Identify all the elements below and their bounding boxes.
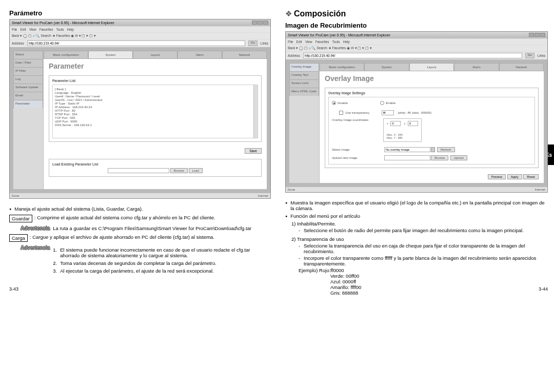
advertencia-label: Advertencia — [21, 225, 50, 231]
param-line: IP Type : Static IP — [55, 102, 255, 105]
top-tab[interactable]: System — [88, 51, 133, 59]
diamond-icon: ❖ — [285, 9, 292, 18]
sidebar-tab[interactable]: Status — [13, 51, 43, 59]
color-line: Azul: 0000ff — [330, 279, 548, 284]
address-input[interactable] — [27, 40, 245, 46]
transparency-checkbox[interactable] — [339, 111, 343, 115]
status-right: Internet — [535, 188, 545, 191]
toolbar: Back ▾ ◯ ▢ ⌂ 🔍 Search ★ Favorites ◉ ✉ ▾ … — [10, 32, 270, 39]
status-right: Internet — [258, 194, 268, 197]
adv-item: El sistema puede funcionar incorrectamen… — [60, 247, 271, 258]
sidebar-tab[interactable]: IP Filter — [13, 67, 43, 75]
page-number: 3-44 — [539, 286, 548, 292]
color-line: Amarillo: ffff00 — [330, 284, 548, 290]
window-title: Smart Viewer for ProCam (ver 0.95) - Mic… — [12, 21, 114, 25]
page-number: 3-43 — [9, 286, 18, 292]
select-image-input[interactable] — [384, 147, 430, 152]
menu-bar: File Edit View Favorites Tools Help — [286, 38, 547, 45]
color-input[interactable] — [382, 110, 394, 115]
left-page: Parámetro Smart Viewer for ProCam (ver 0… — [9, 9, 271, 296]
top-tab[interactable]: Network — [222, 51, 267, 59]
window-controls — [251, 20, 268, 25]
sidebar-tab[interactable]: Email — [13, 92, 43, 100]
go-button[interactable]: Go — [525, 53, 535, 58]
upload-button[interactable]: Upload — [450, 155, 467, 160]
address-input[interactable] — [303, 53, 522, 58]
window-title: Smart Viewer for ProCam (ver 0.95) - Mic… — [288, 33, 390, 37]
apply-button[interactable]: Apply — [507, 174, 522, 179]
list-item: 2) Transparencia de uso — [291, 236, 548, 242]
param-line: TCP Port : 555 — [55, 116, 255, 119]
top-tab[interactable]: Layout — [133, 51, 177, 59]
overlay-settings-box: Overlay Image Settings Disable Enable — [325, 88, 539, 168]
param-line: [ Basic ] — [55, 88, 255, 91]
param-line: RTSP Port : 554 — [55, 113, 255, 116]
top-tab[interactable]: Basic configuration — [320, 63, 364, 71]
bullet-text: Muestra la imagen específica que el usua… — [285, 200, 548, 211]
sidebar-tab[interactable]: Date / Filter — [13, 59, 43, 67]
screenshot-parameter: Smart Viewer for ProCam (ver 0.95) - Mic… — [9, 19, 271, 199]
param-line: User01 : root / 4321 / Administrator — [55, 98, 255, 101]
carga-text: : Cargue y aplique el archivo de ajuste … — [30, 234, 271, 242]
save-button[interactable]: Save — [245, 148, 262, 154]
top-tab[interactable]: System — [364, 63, 409, 71]
window-controls — [528, 33, 545, 37]
file-input[interactable] — [108, 168, 169, 173]
sidebar-tab[interactable]: Screen Limit — [289, 79, 319, 88]
list-text: Incorpore el color transparente como fff… — [304, 255, 548, 266]
param-line: User# : Name / Password / Level — [55, 95, 255, 98]
sidebar-tab[interactable]: Parameter — [13, 100, 43, 108]
reset-button[interactable]: Reset — [523, 174, 539, 179]
preview-button[interactable]: Preview — [488, 174, 506, 179]
sidebar-tab[interactable]: Menu HTML Code — [289, 88, 319, 96]
panel-title: Overlay Image — [320, 71, 544, 86]
upload-input[interactable] — [384, 155, 430, 160]
load-parameter-box: Load Existing Parameter List Browse Load — [49, 159, 262, 177]
sidebar-tab[interactable]: Overlay Image — [289, 63, 319, 71]
sidebar-tab[interactable]: Overlay Text — [289, 71, 319, 79]
adv-item: Al ejecutar la carga del parámetro, el a… — [60, 268, 213, 274]
status-left: Done — [12, 194, 19, 197]
parameter-list-box: Parameter List [ Basic ]Language : Engli… — [49, 75, 262, 142]
subsection-title: Imagen de Recubrimiento — [285, 22, 548, 29]
advertencia-text: La ruta a guardar es C:\Program Files\Sa… — [53, 225, 271, 231]
screenshot-overlay: Smart Viewer for ProCam (ver 0.95) - Mic… — [285, 31, 548, 193]
refresh-button[interactable]: Refresh — [437, 147, 455, 152]
carga-label: Carga — [9, 234, 28, 242]
list-text: Seleccione el botón de radio del permite… — [304, 228, 524, 233]
load-button[interactable]: Load — [189, 168, 203, 173]
list-item: 1) Inhabilita/Permite. — [291, 221, 548, 226]
example-text: Ejemplo) Rojo:ff0000 — [299, 267, 548, 273]
color-line: Verde: 00ff00 — [330, 273, 548, 279]
go-button[interactable]: Go — [248, 40, 258, 46]
disable-radio[interactable] — [332, 101, 336, 105]
menu-bar: File Edit View Favorites Tools Help — [10, 26, 270, 32]
param-line: UDP Port : 9000 — [55, 120, 255, 123]
param-line: HTTP Port : 80 — [55, 109, 255, 112]
advertencia-label: Advertencia — [21, 245, 50, 251]
param-line: Language : English — [55, 91, 255, 94]
sidebar-tab[interactable]: Software Update — [13, 84, 43, 92]
browse-button[interactable]: Browse — [170, 168, 188, 173]
top-tab[interactable]: Layout — [409, 63, 454, 71]
right-page: ❖ Composición Imagen de Recubrimiento Sm… — [285, 9, 548, 296]
browse-button[interactable]: Browse — [431, 155, 448, 160]
section-heading: Composición — [294, 9, 346, 18]
top-tab[interactable]: Alarm — [177, 51, 222, 59]
top-tab[interactable]: Alarm — [454, 63, 499, 71]
sidebar-tab[interactable]: Log — [13, 75, 43, 84]
guardar-label: Guardar — [9, 215, 32, 222]
top-tab[interactable]: Basic configuration — [44, 51, 88, 59]
toolbar: Back ▾ ◯ ▢ ⌂ 🔍 Search ★ Favorites ◉ ✉ ▾ … — [286, 45, 547, 51]
top-tab[interactable]: Network — [499, 63, 544, 71]
color-line: Gris: 888888 — [330, 290, 548, 296]
address-bar: Address Go Links — [10, 39, 270, 47]
address-bar: Address Go Links — [286, 51, 547, 59]
panel-title: Parameter — [44, 59, 267, 73]
guardar-text: : Comprime el ajuste actual del sistema … — [34, 215, 271, 222]
list-text: Seleccione la transparencia del uso en c… — [304, 243, 548, 254]
coord-box: x : y : Max. X : 540 Max. Y : 480 — [383, 118, 422, 142]
enable-radio[interactable] — [380, 101, 384, 105]
bullet-text: Maneja el ajuste actual del sistema (Lis… — [9, 206, 271, 212]
dropdown-icon[interactable] — [431, 147, 435, 152]
